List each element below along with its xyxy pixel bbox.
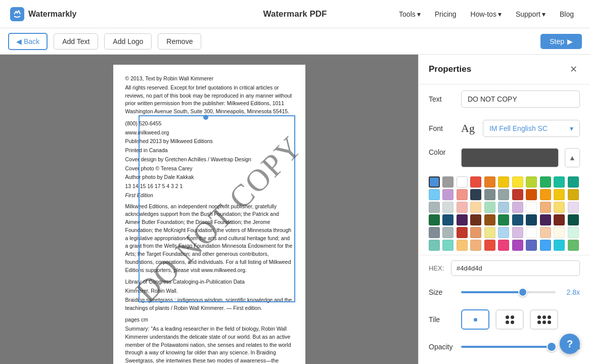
add-text-button[interactable]: Add Text — [54, 33, 98, 50]
nav-pricing[interactable]: Pricing — [429, 7, 463, 21]
tile-option-6[interactable] — [530, 309, 558, 330]
color-swatch[interactable] — [540, 176, 551, 188]
color-swatch[interactable] — [470, 202, 481, 213]
color-swatch[interactable] — [470, 227, 481, 238]
panel-title: Properties — [429, 64, 471, 74]
font-select-button[interactable]: IM Fell English SC ▾ — [483, 120, 580, 137]
color-swatch[interactable] — [484, 227, 495, 238]
color-swatch[interactable] — [429, 214, 440, 225]
step-button[interactable]: Step ▶ — [540, 34, 582, 49]
color-swatch[interactable] — [484, 214, 495, 225]
color-swatch[interactable] — [512, 189, 523, 200]
color-swatch[interactable] — [526, 214, 537, 225]
color-swatch[interactable] — [526, 227, 537, 238]
color-swatch[interactable] — [554, 227, 565, 238]
color-swatch[interactable] — [457, 202, 468, 213]
tile-option-4[interactable] — [495, 309, 524, 330]
color-swatch[interactable] — [442, 214, 453, 225]
color-swatch[interactable] — [470, 214, 481, 225]
opacity-slider-thumb[interactable] — [547, 342, 557, 352]
color-swatch[interactable] — [429, 227, 440, 238]
tile-option-single[interactable] — [461, 309, 489, 330]
color-swatch[interactable] — [457, 227, 468, 238]
nav-tools[interactable]: Tools ▾ — [393, 7, 427, 21]
color-swatch[interactable] — [554, 240, 565, 251]
color-swatch[interactable] — [457, 240, 468, 251]
nav-support[interactable]: Support ▾ — [510, 7, 552, 21]
color-swatch-large[interactable] — [461, 148, 559, 167]
color-swatch[interactable] — [442, 176, 453, 188]
add-logo-button[interactable]: Add Logo — [104, 33, 152, 50]
color-swatch[interactable] — [498, 214, 509, 225]
color-swatch[interactable] — [554, 214, 565, 225]
color-swatch[interactable] — [554, 189, 565, 200]
color-swatch[interactable] — [568, 240, 579, 251]
back-button[interactable]: ◀ Back — [8, 33, 48, 50]
color-swatch[interactable] — [470, 176, 481, 188]
color-collapse-button[interactable]: ▲ — [565, 148, 580, 167]
hex-input[interactable] — [451, 260, 580, 276]
color-swatch[interactable] — [568, 202, 579, 213]
color-grid — [419, 172, 590, 255]
color-swatch[interactable] — [484, 189, 495, 200]
size-value: 2.8x — [562, 288, 580, 296]
properties-panel: Properties ✕ Text Font Ag IM Fell Englis… — [418, 55, 590, 364]
color-swatch[interactable] — [484, 240, 495, 251]
color-swatch[interactable] — [442, 189, 453, 200]
color-swatch[interactable] — [484, 176, 495, 188]
color-swatch[interactable] — [540, 227, 551, 238]
color-swatch[interactable] — [484, 202, 495, 213]
color-swatch[interactable] — [498, 240, 509, 251]
color-swatch[interactable] — [526, 176, 537, 188]
pdf-page: © 2013, Text by Robin Wall Kimmerer All … — [113, 65, 305, 364]
logo-area: Watermarkly — [10, 7, 76, 21]
color-swatch[interactable] — [568, 189, 579, 200]
nav-howtos[interactable]: How-tos ▾ — [465, 7, 508, 21]
color-swatch[interactable] — [568, 176, 579, 188]
color-swatch[interactable] — [512, 214, 523, 225]
color-swatch[interactable] — [512, 176, 523, 188]
color-swatch[interactable] — [512, 240, 523, 251]
color-swatch[interactable] — [568, 214, 579, 225]
color-swatch[interactable] — [540, 202, 551, 213]
color-swatches-container — [429, 176, 580, 251]
pdf-area[interactable]: © 2013, Text by Robin Wall Kimmerer All … — [0, 55, 418, 364]
color-swatch[interactable] — [457, 214, 468, 225]
color-swatch[interactable] — [498, 189, 509, 200]
size-slider-thumb[interactable] — [518, 288, 527, 297]
color-swatch[interactable] — [540, 189, 551, 200]
color-swatch[interactable] — [429, 240, 440, 251]
color-swatch[interactable] — [457, 176, 468, 188]
nav-blog[interactable]: Blog — [554, 7, 580, 21]
watermark-text-input[interactable] — [461, 90, 580, 108]
color-swatch[interactable] — [526, 202, 537, 213]
color-swatch[interactable] — [429, 202, 440, 213]
color-swatch[interactable] — [512, 202, 523, 213]
chevron-right-icon: ▶ — [567, 37, 573, 46]
color-swatch[interactable] — [568, 227, 579, 238]
color-swatch[interactable] — [442, 227, 453, 238]
color-swatch[interactable] — [540, 240, 551, 251]
color-swatch[interactable] — [554, 202, 565, 213]
color-swatch[interactable] — [470, 189, 481, 200]
text-label: Text — [429, 95, 455, 103]
color-swatch[interactable] — [512, 227, 523, 238]
color-swatch[interactable] — [498, 176, 509, 188]
color-swatch[interactable] — [498, 202, 509, 213]
help-button[interactable]: ? — [560, 334, 580, 354]
color-swatch[interactable] — [526, 189, 537, 200]
color-swatch[interactable] — [442, 202, 453, 213]
remove-button[interactable]: Remove — [158, 33, 201, 50]
color-swatch[interactable] — [540, 214, 551, 225]
color-swatch[interactable] — [457, 189, 468, 200]
pdf-line-9: Author photo by Dale Kakkak — [125, 173, 293, 181]
color-swatch[interactable] — [526, 240, 537, 251]
color-swatch[interactable] — [429, 176, 440, 188]
color-swatch[interactable] — [429, 189, 440, 200]
pdf-line-7: Cover design by Gretchen Achilles / Wave… — [125, 156, 293, 164]
close-panel-button[interactable]: ✕ — [567, 63, 580, 76]
color-swatch[interactable] — [554, 176, 565, 188]
color-swatch[interactable] — [498, 227, 509, 238]
color-swatch[interactable] — [442, 240, 453, 251]
color-swatch[interactable] — [470, 240, 481, 251]
